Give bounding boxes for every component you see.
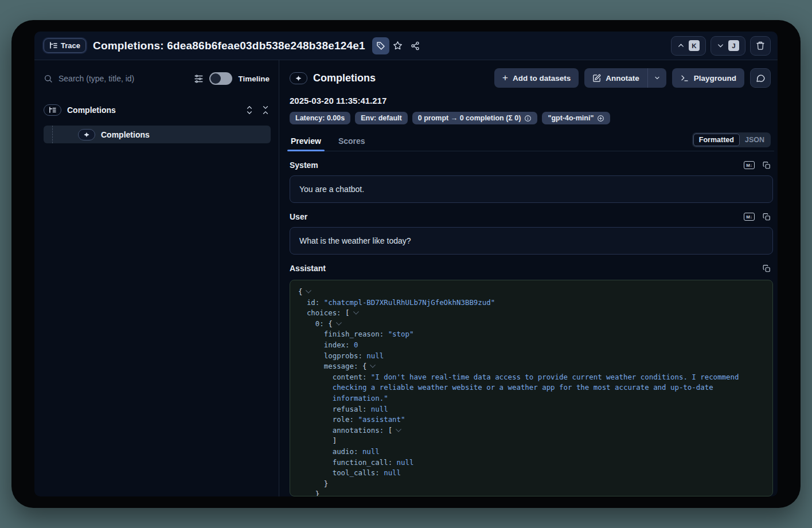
user-label: User	[290, 212, 307, 221]
json-line: {	[298, 287, 764, 298]
json-line: logprobs: null	[298, 351, 764, 362]
share-button[interactable]	[407, 37, 424, 54]
markdown-toggle-icon[interactable]: M↓	[744, 213, 755, 221]
tab-scores[interactable]: Scores	[337, 133, 366, 151]
add-to-datasets-label: Add to datasets	[513, 74, 571, 83]
collapse-chevron-icon[interactable]	[306, 288, 311, 294]
tree-filters-icon[interactable]	[194, 74, 204, 84]
playground-button[interactable]: Playground	[672, 68, 744, 88]
tag-button[interactable]	[372, 37, 389, 54]
search-icon	[44, 74, 53, 83]
json-line: ]	[298, 436, 764, 447]
chevron-down-icon	[717, 42, 724, 49]
latency-badge: Latency: 0.00s	[290, 112, 350, 124]
chevron-up-icon	[677, 42, 685, 49]
json-line: id: "chatcmpl-BD7XRulRhULb7NjGfeOkhN3BB9…	[298, 298, 764, 308]
token-usage-badge[interactable]: 0 prompt → 0 completion (Σ 0)	[412, 112, 538, 124]
toggle-knob	[210, 73, 221, 84]
annotate-button[interactable]: Annotate	[584, 68, 647, 88]
tree-item-completions-selected[interactable]: Completions	[44, 126, 271, 143]
system-message-text: You are a chatbot.	[299, 185, 364, 194]
comments-button[interactable]	[750, 68, 771, 88]
tab-preview[interactable]: Preview	[290, 133, 322, 151]
model-badge[interactable]: "gpt-4o-mini"	[542, 112, 610, 124]
environment-badge: Env: default	[355, 112, 408, 124]
copy-icon[interactable]	[763, 161, 771, 170]
observation-tree: Completions	[34, 101, 279, 143]
prev-trace-button[interactable]: K	[671, 36, 706, 56]
terminal-icon	[680, 74, 689, 83]
trace-tree-icon	[49, 42, 57, 49]
format-toggle-formatted[interactable]: Formatted	[693, 134, 740, 146]
add-to-datasets-button[interactable]: + Add to datasets	[494, 68, 579, 88]
system-message-card: You are a chatbot.	[290, 175, 773, 203]
delete-trace-button[interactable]	[750, 36, 771, 56]
system-label: System	[290, 161, 318, 170]
format-toggle-group: Formatted JSON	[692, 132, 771, 147]
edit-icon	[592, 74, 601, 83]
app-window: Trace Completions: 6dea86b6feae03db538e2…	[11, 20, 801, 508]
trace-badge-label: Trace	[61, 41, 80, 50]
environment-value: Env: default	[361, 114, 402, 122]
observation-detail-panel: Completions + Add to datasets	[279, 60, 778, 496]
search-input[interactable]: Search (type, title, id)	[44, 74, 188, 83]
json-line: audio: null	[298, 447, 764, 457]
shortcut-key-j: J	[728, 40, 739, 51]
json-line: }	[298, 489, 764, 496]
trace-node-icon	[44, 104, 61, 116]
timeline-toggle[interactable]	[209, 72, 232, 85]
annotate-dropdown-button[interactable]	[647, 68, 666, 88]
collapse-chevron-icon[interactable]	[370, 362, 376, 368]
shortcut-key-k: K	[689, 40, 700, 51]
circle-plus-icon	[597, 115, 604, 122]
trace-tree-sidebar: Search (type, title, id) Timeline	[34, 60, 279, 496]
metrics-badge-row: Latency: 0.00s Env: default 0 prompt → 0…	[290, 112, 774, 124]
generation-icon	[290, 72, 307, 84]
assistant-label: Assistant	[290, 264, 326, 273]
trace-header-bar: Trace Completions: 6dea86b6feae03db538e2…	[34, 32, 778, 60]
annotate-split-button: Annotate	[584, 68, 666, 88]
tree-child-label: Completions	[101, 130, 150, 139]
tree-root-row[interactable]: Completions	[34, 101, 279, 119]
timeline-toggle-label: Timeline	[238, 75, 270, 83]
system-section-header: System M↓	[290, 161, 774, 170]
next-trace-button[interactable]: J	[710, 36, 745, 56]
user-section-header: User M↓	[290, 212, 774, 221]
json-line: 0: {	[298, 319, 764, 330]
tree-indent-guide	[52, 126, 53, 143]
json-line: content: "I don't have real-time data ac…	[298, 372, 764, 404]
collapse-all-icon[interactable]	[261, 105, 270, 115]
markdown-toggle-icon[interactable]: M↓	[744, 161, 755, 169]
json-line: choices: [	[298, 308, 764, 319]
trash-icon	[756, 41, 765, 50]
collapse-chevron-icon[interactable]	[336, 320, 342, 326]
info-icon	[524, 115, 532, 122]
share-icon	[411, 41, 420, 50]
format-toggle-json[interactable]: JSON	[740, 134, 770, 146]
search-placeholder: Search (type, title, id)	[58, 74, 134, 83]
detail-tabs: Preview Scores Formatted JSON	[290, 132, 774, 151]
json-line: tool_calls: null	[298, 468, 764, 479]
topbar-right-cluster: K J	[671, 36, 771, 56]
collapse-chevron-icon[interactable]	[396, 426, 401, 432]
observation-title: Completions	[313, 72, 376, 84]
json-line: refusal: null	[298, 404, 764, 415]
copy-icon[interactable]	[763, 264, 771, 273]
copy-icon[interactable]	[763, 213, 771, 221]
json-line: function_call: null	[298, 457, 764, 468]
trace-detail-app: Trace Completions: 6dea86b6feae03db538e2…	[34, 32, 778, 496]
observation-timestamp: 2025-03-20 11:35:41.217	[290, 96, 774, 105]
collapse-chevron-icon[interactable]	[353, 309, 358, 315]
expand-all-icon[interactable]	[245, 105, 253, 115]
token-usage-value: 0 prompt → 0 completion (Σ 0)	[418, 114, 521, 122]
model-value: "gpt-4o-mini"	[548, 114, 594, 122]
assistant-json-viewer[interactable]: {id: "chatcmpl-BD7XRulRhULb7NjGfeOkhN3BB…	[290, 280, 773, 496]
comment-bubble-icon	[756, 73, 766, 83]
trace-title: Completions: 6dea86b6feae03db538e248b38e…	[93, 40, 365, 52]
annotate-label: Annotate	[606, 74, 639, 83]
star-button[interactable]	[389, 37, 407, 54]
json-line: message: {	[298, 361, 764, 372]
json-line: finish_reason: "stop"	[298, 329, 764, 340]
plus-icon: +	[502, 72, 508, 84]
assistant-section-header: Assistant	[290, 264, 774, 273]
